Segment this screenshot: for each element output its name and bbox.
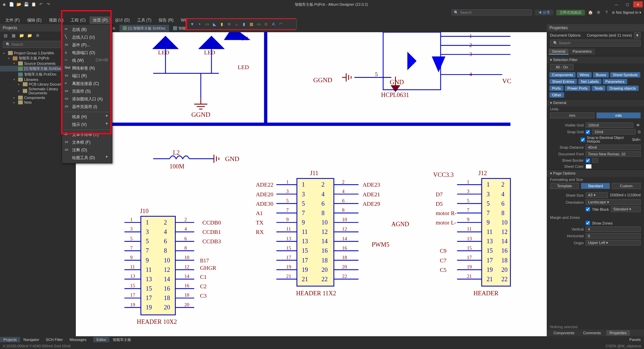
tab-params[interactable]: Parameters bbox=[569, 49, 595, 55]
menu-item[interactable]: ▭端口 (R) bbox=[62, 72, 112, 80]
menu-item[interactable]: ▭添加图纸入口 (A) bbox=[62, 95, 112, 103]
refresh-icon[interactable]: ▤ bbox=[3, 33, 8, 38]
tab-schdoc[interactable]: [1] 智能车主板.SchDoc bbox=[119, 25, 169, 32]
fmt-standard[interactable]: Standard bbox=[581, 183, 610, 189]
menu-project[interactable]: 工程 (C) bbox=[67, 16, 89, 24]
label-icon[interactable]: ▮ bbox=[219, 21, 225, 27]
maximize-button[interactable]: ▢ bbox=[623, 1, 632, 7]
help-icon[interactable]: ? bbox=[604, 10, 609, 15]
menu-item[interactable]: A文本字符串 (T) bbox=[62, 131, 112, 139]
filter-chip[interactable]: Buses bbox=[593, 72, 609, 78]
filter-chip[interactable]: Sheet Symbols bbox=[610, 72, 640, 78]
fmt-template[interactable]: Template bbox=[550, 183, 579, 189]
menu-file[interactable]: 文件 (F) bbox=[2, 16, 23, 24]
filter-chip[interactable]: Drawing objects bbox=[607, 86, 638, 91]
new-icon[interactable]: 📄 bbox=[9, 2, 14, 7]
filter-icon[interactable]: ▼ bbox=[189, 21, 195, 27]
sb-doc[interactable]: 智能车主板 bbox=[109, 337, 135, 343]
menu-report[interactable]: 报告 (R) bbox=[155, 16, 177, 24]
text-icon[interactable]: A bbox=[270, 21, 276, 27]
props-search[interactable]: 🔍 Search bbox=[550, 40, 641, 47]
menu-item[interactable]: ═总线 (B) bbox=[62, 26, 112, 34]
snapelec-check[interactable] bbox=[581, 138, 585, 142]
filter-chip[interactable]: Wires bbox=[577, 72, 592, 78]
sec-general[interactable]: ▾ General bbox=[547, 99, 644, 106]
sb-editor[interactable]: Editor bbox=[93, 337, 110, 342]
gear-icon[interactable]: ⚙ bbox=[596, 10, 601, 15]
menu-item[interactable]: ─线 (W)Ctrl+W bbox=[62, 57, 112, 64]
redo-icon[interactable]: ↷ bbox=[46, 2, 51, 7]
snap-dist-field[interactable]: 40mil bbox=[586, 145, 641, 150]
origin-field[interactable]: Upper Left ▾ bbox=[586, 240, 641, 246]
plus-icon[interactable]: + bbox=[197, 21, 203, 27]
menu-item[interactable]: ╲总线入口 (U) bbox=[62, 34, 112, 41]
snap-grid-field[interactable]: 10mil bbox=[592, 129, 636, 135]
schematic-canvas[interactable]: D6LED D7LED D8LED GGND GGND bbox=[76, 32, 547, 336]
noerc-icon[interactable]: ⊘ bbox=[263, 21, 269, 27]
showzones-check[interactable] bbox=[586, 221, 590, 225]
copy-icon[interactable]: 📋 bbox=[31, 2, 36, 7]
menu-item[interactable]: ▭器件页面符 (I) bbox=[62, 103, 112, 111]
sheet-color-swatch[interactable] bbox=[586, 164, 592, 169]
titleblk-check[interactable] bbox=[586, 207, 590, 211]
menu-item[interactable]: 指示 (V) bbox=[62, 121, 112, 129]
orient-field[interactable]: Landscape ▾ bbox=[586, 199, 641, 205]
arc-icon[interactable]: ◠ bbox=[278, 21, 284, 27]
menu-view[interactable]: 视图 (V) bbox=[46, 16, 67, 24]
home-icon[interactable]: 🏠 bbox=[588, 10, 593, 15]
edge-icon[interactable]: ◣ bbox=[211, 21, 217, 27]
fmt-custom[interactable]: Custom bbox=[612, 183, 641, 189]
minimize-button[interactable]: — bbox=[612, 1, 621, 7]
menu-item[interactable]: ▭文本框 (F) bbox=[62, 139, 112, 146]
menu-design[interactable]: 设计 (D) bbox=[112, 16, 133, 24]
menu-item[interactable]: ▭页面符 (S) bbox=[62, 88, 112, 95]
menu-tools[interactable]: 工具 (T) bbox=[134, 16, 155, 24]
sec-selfilter[interactable]: ▾ Selection Filter bbox=[547, 56, 644, 63]
filter-toggle[interactable]: ▼ bbox=[634, 32, 641, 38]
undo-icon[interactable]: ↶ bbox=[38, 2, 44, 7]
close-button[interactable]: ✕ bbox=[633, 1, 643, 7]
signin-status[interactable]: ⊘ Not Signed In ▾ bbox=[612, 10, 641, 15]
filter-chip[interactable]: Net Labels bbox=[578, 79, 601, 84]
sb-projects[interactable]: Projects bbox=[0, 337, 20, 342]
menu-item[interactable]: ▭注释 (O) bbox=[62, 146, 112, 154]
menu-edit[interactable]: 编辑 (E) bbox=[24, 16, 45, 24]
sb-schfilter[interactable]: SCH Filter bbox=[43, 337, 66, 342]
filter-chip[interactable]: Parameters bbox=[603, 79, 627, 84]
filter-chip[interactable]: Texts bbox=[592, 86, 606, 91]
sheet-icon[interactable]: ▭ bbox=[256, 21, 262, 27]
sec-pageopts[interactable]: ▾ Page Options bbox=[547, 169, 644, 177]
global-search[interactable]: 🔍Search bbox=[451, 9, 532, 15]
snapgrid-check[interactable] bbox=[586, 130, 590, 134]
filter-chip[interactable]: Ports bbox=[549, 86, 564, 91]
filter-chip[interactable]: Other bbox=[549, 92, 564, 98]
all-on-button[interactable]: All - On bbox=[550, 64, 574, 70]
tab-general[interactable]: General bbox=[549, 49, 569, 55]
rtab-components[interactable]: Components bbox=[550, 330, 578, 336]
units-mm[interactable]: mm bbox=[550, 112, 594, 118]
horiz-field[interactable]: 8 bbox=[586, 233, 641, 239]
sheet-size-field[interactable]: A3 ▾ bbox=[586, 192, 608, 198]
filter-chip[interactable]: Sheet Entries bbox=[549, 79, 577, 84]
menu-item[interactable]: Net网络标签 (N) bbox=[62, 64, 112, 72]
vert-field[interactable]: 4 bbox=[586, 227, 641, 232]
buy-button[interactable]: 立即在线购买 bbox=[556, 10, 585, 15]
sb-messages[interactable]: Messages bbox=[66, 337, 90, 342]
rtab-properties[interactable]: Properties bbox=[606, 330, 630, 336]
menu-item[interactable]: »离图连接器 (C) bbox=[62, 80, 112, 88]
sb-navigator[interactable]: Navigator bbox=[20, 337, 43, 342]
menu-item[interactable]: ⏚电源端口 (O) bbox=[62, 49, 112, 57]
netlabel-icon[interactable]: ▮ bbox=[241, 21, 247, 27]
doc-font-field[interactable]: Times New Roman, 10 bbox=[586, 151, 641, 157]
menu-place[interactable]: 放置 (P) bbox=[90, 16, 111, 24]
units-mils[interactable]: mils bbox=[596, 112, 641, 118]
cog-icon[interactable]: ⚙ bbox=[35, 33, 40, 38]
menu-item[interactable]: 绘图工具 (D) bbox=[62, 154, 112, 162]
power-icon[interactable]: ⏚ bbox=[233, 21, 239, 27]
tree-icon[interactable]: ▦ bbox=[11, 33, 16, 38]
border-check[interactable] bbox=[586, 158, 590, 163]
part-icon[interactable]: ▦ bbox=[248, 21, 254, 27]
rect-icon[interactable]: ▭ bbox=[204, 21, 210, 27]
rtab-comments[interactable]: Comments bbox=[580, 330, 604, 336]
save-icon[interactable]: 💾 bbox=[23, 2, 29, 7]
